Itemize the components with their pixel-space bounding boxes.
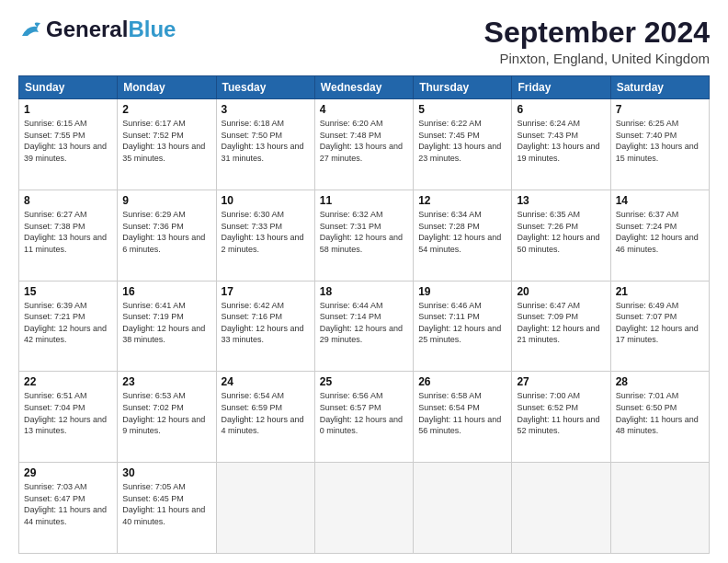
day-number: 4 — [320, 103, 408, 116]
day-number: 20 — [517, 285, 605, 298]
day-number: 3 — [222, 103, 310, 116]
day-number: 16 — [122, 285, 210, 298]
cell-info: Sunrise: 6:44 AM Sunset: 7:14 PM Dayligh… — [320, 300, 408, 346]
cell-info: Sunrise: 6:35 AM Sunset: 7:26 PM Dayligh… — [517, 209, 605, 255]
day-number: 19 — [418, 285, 506, 298]
day-number: 5 — [418, 103, 506, 116]
cell-info: Sunrise: 6:15 AM Sunset: 7:55 PM Dayligh… — [24, 118, 112, 164]
day-number: 13 — [517, 194, 605, 207]
page: GeneralBlue September 2024 Pinxton, Engl… — [0, 0, 728, 563]
table-row: 21Sunrise: 6:49 AM Sunset: 7:07 PM Dayli… — [610, 281, 709, 372]
day-number: 22 — [24, 375, 112, 388]
table-row: 6Sunrise: 6:24 AM Sunset: 7:43 PM Daylig… — [512, 99, 610, 190]
col-monday: Monday — [118, 76, 216, 99]
cell-info: Sunrise: 6:18 AM Sunset: 7:50 PM Dayligh… — [222, 118, 310, 164]
table-row — [610, 463, 709, 554]
day-number: 10 — [222, 194, 310, 207]
day-number: 29 — [24, 466, 112, 479]
logo: GeneralBlue — [18, 17, 176, 42]
table-row — [414, 463, 512, 554]
calendar-week-row: 8Sunrise: 6:27 AM Sunset: 7:38 PM Daylig… — [19, 190, 710, 281]
col-friday: Friday — [512, 76, 610, 99]
cell-info: Sunrise: 6:24 AM Sunset: 7:43 PM Dayligh… — [517, 118, 605, 164]
day-number: 24 — [222, 375, 310, 388]
title-section: September 2024 Pinxton, England, United … — [484, 17, 710, 66]
col-saturday: Saturday — [610, 76, 709, 99]
logo-text: GeneralBlue — [46, 17, 176, 41]
logo-icon — [18, 19, 44, 40]
location: Pinxton, England, United Kingdom — [484, 51, 710, 66]
cell-info: Sunrise: 6:17 AM Sunset: 7:52 PM Dayligh… — [122, 118, 210, 164]
col-sunday: Sunday — [19, 76, 118, 99]
table-row: 22Sunrise: 6:51 AM Sunset: 7:04 PM Dayli… — [19, 372, 118, 463]
cell-info: Sunrise: 6:46 AM Sunset: 7:11 PM Dayligh… — [418, 300, 506, 346]
table-row: 27Sunrise: 7:00 AM Sunset: 6:52 PM Dayli… — [512, 372, 610, 463]
day-number: 21 — [616, 285, 704, 298]
calendar-week-row: 22Sunrise: 6:51 AM Sunset: 7:04 PM Dayli… — [19, 372, 710, 463]
table-row: 1Sunrise: 6:15 AM Sunset: 7:55 PM Daylig… — [19, 99, 118, 190]
day-number: 18 — [320, 285, 408, 298]
table-row: 26Sunrise: 6:58 AM Sunset: 6:54 PM Dayli… — [414, 372, 512, 463]
table-row: 11Sunrise: 6:32 AM Sunset: 7:31 PM Dayli… — [314, 190, 413, 281]
day-number: 17 — [222, 285, 310, 298]
day-number: 8 — [24, 194, 112, 207]
cell-info: Sunrise: 6:42 AM Sunset: 7:16 PM Dayligh… — [222, 300, 310, 346]
cell-info: Sunrise: 6:30 AM Sunset: 7:33 PM Dayligh… — [222, 209, 310, 255]
table-row: 20Sunrise: 6:47 AM Sunset: 7:09 PM Dayli… — [512, 281, 610, 372]
cell-info: Sunrise: 6:27 AM Sunset: 7:38 PM Dayligh… — [24, 209, 112, 255]
cell-info: Sunrise: 6:58 AM Sunset: 6:54 PM Dayligh… — [418, 390, 506, 436]
calendar-header-row: Sunday Monday Tuesday Wednesday Thursday… — [19, 76, 710, 99]
col-thursday: Thursday — [414, 76, 512, 99]
day-number: 2 — [122, 103, 210, 116]
cell-info: Sunrise: 7:03 AM Sunset: 6:47 PM Dayligh… — [24, 481, 112, 527]
cell-info: Sunrise: 6:34 AM Sunset: 7:28 PM Dayligh… — [418, 209, 506, 255]
table-row: 2Sunrise: 6:17 AM Sunset: 7:52 PM Daylig… — [118, 99, 216, 190]
table-row: 9Sunrise: 6:29 AM Sunset: 7:36 PM Daylig… — [118, 190, 216, 281]
cell-info: Sunrise: 6:25 AM Sunset: 7:40 PM Dayligh… — [616, 118, 704, 164]
cell-info: Sunrise: 7:00 AM Sunset: 6:52 PM Dayligh… — [517, 390, 605, 436]
table-row: 8Sunrise: 6:27 AM Sunset: 7:38 PM Daylig… — [19, 190, 118, 281]
cell-info: Sunrise: 7:05 AM Sunset: 6:45 PM Dayligh… — [122, 481, 210, 527]
table-row: 12Sunrise: 6:34 AM Sunset: 7:28 PM Dayli… — [414, 190, 512, 281]
table-row: 3Sunrise: 6:18 AM Sunset: 7:50 PM Daylig… — [216, 99, 314, 190]
table-row: 25Sunrise: 6:56 AM Sunset: 6:57 PM Dayli… — [314, 372, 413, 463]
day-number: 6 — [517, 103, 605, 116]
table-row: 17Sunrise: 6:42 AM Sunset: 7:16 PM Dayli… — [216, 281, 314, 372]
cell-info: Sunrise: 6:51 AM Sunset: 7:04 PM Dayligh… — [24, 390, 112, 436]
day-number: 23 — [122, 375, 210, 388]
day-number: 12 — [418, 194, 506, 207]
day-number: 9 — [122, 194, 210, 207]
cell-info: Sunrise: 6:54 AM Sunset: 6:59 PM Dayligh… — [222, 390, 310, 436]
cell-info: Sunrise: 7:01 AM Sunset: 6:50 PM Dayligh… — [616, 390, 704, 436]
day-number: 7 — [616, 103, 704, 116]
table-row — [512, 463, 610, 554]
table-row: 13Sunrise: 6:35 AM Sunset: 7:26 PM Dayli… — [512, 190, 610, 281]
table-row: 24Sunrise: 6:54 AM Sunset: 6:59 PM Dayli… — [216, 372, 314, 463]
cell-info: Sunrise: 6:37 AM Sunset: 7:24 PM Dayligh… — [616, 209, 704, 255]
logo-general: General — [46, 17, 128, 41]
day-number: 15 — [24, 285, 112, 298]
table-row: 5Sunrise: 6:22 AM Sunset: 7:45 PM Daylig… — [414, 99, 512, 190]
cell-info: Sunrise: 6:53 AM Sunset: 7:02 PM Dayligh… — [122, 390, 210, 436]
header: GeneralBlue September 2024 Pinxton, Engl… — [18, 17, 710, 66]
table-row: 16Sunrise: 6:41 AM Sunset: 7:19 PM Dayli… — [118, 281, 216, 372]
table-row: 18Sunrise: 6:44 AM Sunset: 7:14 PM Dayli… — [314, 281, 413, 372]
cell-info: Sunrise: 6:39 AM Sunset: 7:21 PM Dayligh… — [24, 300, 112, 346]
day-number: 30 — [122, 466, 210, 479]
table-row: 10Sunrise: 6:30 AM Sunset: 7:33 PM Dayli… — [216, 190, 314, 281]
day-number: 27 — [517, 375, 605, 388]
table-row: 4Sunrise: 6:20 AM Sunset: 7:48 PM Daylig… — [314, 99, 413, 190]
day-number: 14 — [616, 194, 704, 207]
month-title: September 2024 — [484, 17, 710, 49]
day-number: 11 — [320, 194, 408, 207]
day-number: 25 — [320, 375, 408, 388]
table-row: 30Sunrise: 7:05 AM Sunset: 6:45 PM Dayli… — [118, 463, 216, 554]
cell-info: Sunrise: 6:47 AM Sunset: 7:09 PM Dayligh… — [517, 300, 605, 346]
col-wednesday: Wednesday — [314, 76, 413, 99]
table-row: 14Sunrise: 6:37 AM Sunset: 7:24 PM Dayli… — [610, 190, 709, 281]
cell-info: Sunrise: 6:56 AM Sunset: 6:57 PM Dayligh… — [320, 390, 408, 436]
table-row: 7Sunrise: 6:25 AM Sunset: 7:40 PM Daylig… — [610, 99, 709, 190]
table-row: 23Sunrise: 6:53 AM Sunset: 7:02 PM Dayli… — [118, 372, 216, 463]
day-number: 1 — [24, 103, 112, 116]
calendar-week-row: 1Sunrise: 6:15 AM Sunset: 7:55 PM Daylig… — [19, 99, 710, 190]
